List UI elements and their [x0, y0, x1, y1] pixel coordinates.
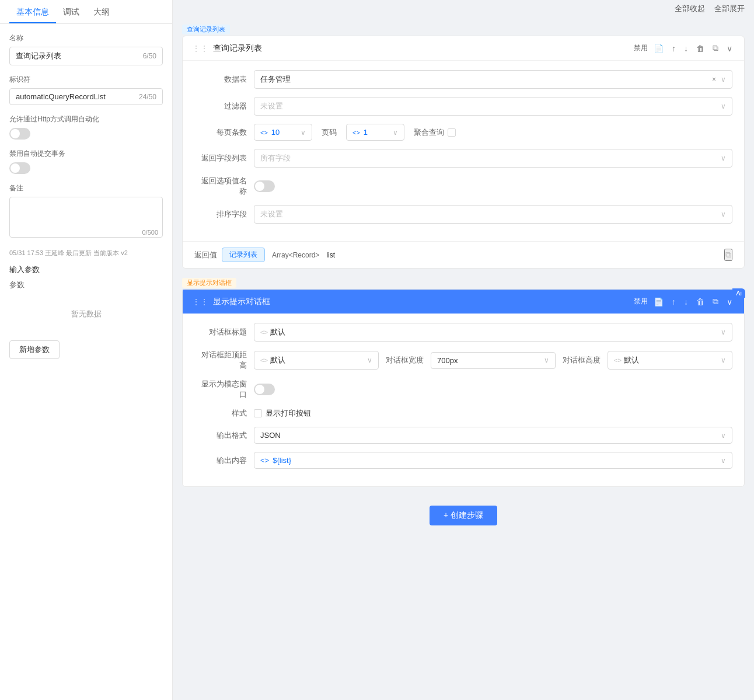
step2-tag: 显示提示对话框 — [182, 278, 236, 288]
step1-return-value: list — [326, 251, 335, 259]
name-count: 6/50 — [143, 52, 156, 60]
step1-more-btn[interactable]: ∨ — [724, 43, 735, 54]
id-value: automaticQueryRecordList — [16, 92, 106, 101]
step1-filter-row: 过滤器 未设置 ∨ — [194, 97, 732, 116]
step1-return-fields-label: 返回字段列表 — [194, 153, 247, 163]
step1-datatable-label: 数据表 — [194, 74, 247, 85]
step1-return-fields-select[interactable]: 所有字段 ∨ — [254, 149, 732, 168]
params-tab[interactable]: 参数 — [9, 280, 25, 290]
step1-pagecode-code-icon: <> — [352, 129, 360, 136]
step2-modal-content — [254, 384, 732, 395]
step1-pagecode-label: 页码 — [322, 127, 337, 138]
step2-output-content-field[interactable]: <> ${list} ∨ — [254, 452, 732, 469]
step1-aggregate-label: 聚合查询 — [414, 127, 444, 138]
step1-body: 数据表 任务管理 × ∨ — [183, 61, 744, 241]
step1-return-copy-btn[interactable]: ⧉ — [724, 249, 732, 261]
step1-pagecode-input[interactable]: <> 1 ∨ — [346, 124, 404, 141]
step1-delete-btn[interactable]: 🗑 — [694, 43, 707, 54]
step2-print-label: 显示打印按钮 — [266, 408, 311, 419]
step2-copy-btn[interactable]: ⧉ — [710, 295, 721, 308]
step2-dimensions-row: 对话框距顶距高 <> 默认 ∨ 对话框宽度 700p — [194, 350, 732, 371]
step2-up-btn[interactable]: ↑ — [669, 296, 678, 308]
step2-dialog-title-code-icon: <> — [260, 329, 268, 336]
step1-pagesize-input[interactable]: <> 10 ∨ — [254, 124, 312, 141]
step1-pagesize-label: 每页条数 — [194, 127, 247, 138]
step1-return-row: 返回值 记录列表 Array<Record> list ⧉ — [183, 241, 744, 268]
meta-info: 05/31 17:53 王延峰 最后更新 当前版本 v2 — [9, 249, 163, 257]
step1-filter-placeholder: 未设置 — [260, 101, 283, 112]
step2-card: Ai ⋮⋮ 显示提示对话框 禁用 📄 ↑ ↓ 🗑 ⧉ ∨ — [182, 289, 745, 487]
right-panel: 全部收起 全部展开 查询记录列表 ⋮⋮ 查询记录列表 禁用 📄 ↑ ↓ 🗑 — [173, 0, 754, 700]
http-group: 允许通过Http方式调用自动化 — [9, 114, 163, 140]
step1-pagesize-code-icon: <> — [260, 129, 268, 136]
name-input-wrapper[interactable]: 查询记录列表 6/50 — [9, 47, 163, 65]
tab-debug[interactable]: 调试 — [56, 0, 86, 23]
step2-doc-btn[interactable]: 📄 — [651, 296, 666, 308]
step1-sort-select[interactable]: 未设置 ∨ — [254, 205, 732, 224]
id-input-wrapper[interactable]: automaticQueryRecordList 24/50 — [9, 88, 163, 105]
step2-down-btn[interactable]: ↓ — [682, 296, 690, 308]
step2-height-select[interactable]: <> 默认 ∨ — [608, 351, 732, 370]
step1-sort-row: 排序字段 未设置 ∨ — [194, 205, 732, 224]
step2-disable-btn[interactable]: 禁用 — [634, 297, 648, 307]
step1-doc-btn[interactable]: 📄 — [651, 43, 666, 54]
remark-textarea[interactable] — [9, 197, 163, 238]
right-main: 查询记录列表 ⋮⋮ 查询记录列表 禁用 📄 ↑ ↓ 🗑 ⧉ ∨ — [173, 18, 754, 700]
left-panel: 基本信息 调试 大纲 名称 查询记录列表 6/50 标识符 automaticQ… — [0, 0, 173, 700]
step1-title: 查询记录列表 — [213, 43, 629, 54]
http-toggle[interactable] — [9, 128, 30, 140]
step1-pagesize-value: 10 — [271, 128, 280, 137]
step2-dialog-title-chevron: ∨ — [721, 328, 726, 336]
remark-label: 备注 — [9, 183, 163, 193]
step1-return-option-label: 返回选项值名称 — [194, 176, 247, 197]
step1-up-btn[interactable]: ↑ — [669, 43, 678, 54]
step2-output-content-value: ${list} — [273, 456, 291, 465]
step1-datatable-select[interactable]: 任务管理 × ∨ — [254, 70, 732, 89]
collapse-all-action[interactable]: 全部收起 — [675, 4, 705, 14]
step2-topdist-code-icon: <> — [260, 357, 268, 364]
step1-pagecode-value: 1 — [364, 128, 368, 137]
http-label: 允许通过Http方式调用自动化 — [9, 114, 163, 124]
step1-return-label: 返回值 — [194, 250, 217, 260]
step1-filter-select[interactable]: 未设置 ∨ — [254, 97, 732, 116]
step2-print-field: 显示打印按钮 — [254, 408, 732, 419]
tab-basic[interactable]: 基本信息 — [9, 0, 56, 23]
step2-dialog-title-select[interactable]: <> 默认 ∨ — [254, 323, 732, 342]
step1-down-btn[interactable]: ↓ — [682, 43, 690, 54]
step1-pagination-row: 每页条数 <> 10 ∨ 页码 <> 1 ∨ — [194, 124, 732, 141]
step-query-list: 查询记录列表 ⋮⋮ 查询记录列表 禁用 📄 ↑ ↓ 🗑 ⧉ ∨ — [182, 22, 745, 269]
step1-copy-btn[interactable]: ⧉ — [710, 42, 721, 54]
step2-output-format-select[interactable]: JSON ∨ — [254, 427, 732, 444]
add-param-button[interactable]: 新增参数 — [9, 340, 60, 359]
step1-drag-handle[interactable]: ⋮⋮ — [192, 44, 208, 53]
step1-return-option-toggle[interactable] — [254, 180, 275, 192]
step2-modal-toggle[interactable] — [254, 384, 275, 395]
step2-output-content-content: <> ${list} ∨ — [254, 452, 732, 469]
step1-pagesize-chevron: ∨ — [301, 128, 306, 137]
step1-aggregate-field: 聚合查询 — [414, 127, 456, 138]
step1-card: ⋮⋮ 查询记录列表 禁用 📄 ↑ ↓ 🗑 ⧉ ∨ — [182, 36, 745, 269]
id-group: 标识符 automaticQueryRecordList 24/50 — [9, 75, 163, 105]
step1-datatable-clear[interactable]: × — [712, 75, 716, 83]
create-step-button[interactable]: + 创建步骤 — [430, 506, 497, 525]
expand-all-action[interactable]: 全部展开 — [714, 4, 745, 14]
step2-delete-btn[interactable]: 🗑 — [694, 296, 707, 308]
step2-drag-handle[interactable]: ⋮⋮ — [192, 297, 208, 307]
step1-return-fields-chevron: ∨ — [721, 154, 726, 162]
remark-group: 备注 0/500 — [9, 183, 163, 239]
step1-return-tab[interactable]: 记录列表 — [222, 248, 265, 262]
step2-topdist-select[interactable]: <> 默认 ∨ — [254, 351, 379, 370]
step2-print-checkbox[interactable] — [254, 409, 262, 417]
step1-datatable-content: 任务管理 × ∨ — [254, 70, 732, 89]
step1-disable-btn[interactable]: 禁用 — [634, 43, 648, 53]
step1-aggregate-checkbox[interactable] — [448, 128, 456, 137]
tab-outline[interactable]: 大纲 — [86, 0, 117, 23]
step2-height-label: 对话框高度 — [563, 355, 601, 365]
step2-width-select[interactable]: 700px ∨ — [431, 352, 556, 369]
transaction-toggle[interactable] — [9, 162, 30, 174]
remark-count: 0/500 — [142, 229, 158, 236]
step2-output-content-row: 输出内容 <> ${list} ∨ — [194, 452, 732, 469]
step2-style-content: 显示打印按钮 — [254, 408, 732, 419]
step1-tag: 查询记录列表 — [182, 25, 230, 34]
transaction-group: 禁用自动提交事务 — [9, 149, 163, 174]
